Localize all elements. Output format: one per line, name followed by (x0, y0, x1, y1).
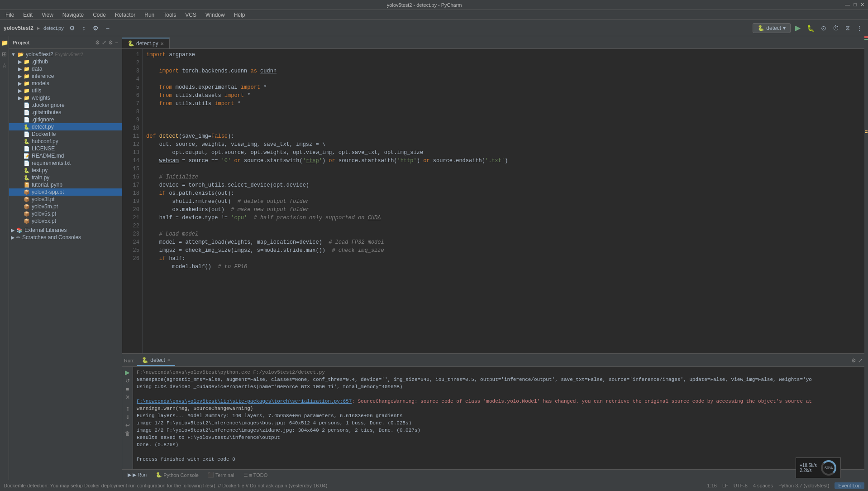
run-output-image1: image 1/2 F:\yolov5test2\inference\image… (137, 419, 861, 427)
tree-item-github[interactable]: ▶ 📁 .github (9, 58, 122, 65)
tool-python-console[interactable]: 🐍 Python Console (152, 471, 202, 479)
menu-view[interactable]: View (38, 11, 57, 19)
tree-item-yolov3l[interactable]: 📦 yolov3l.pt (9, 196, 122, 203)
tree-item-dockerfile[interactable]: 📄 Dockerfile (9, 130, 122, 138)
tree-item-yolov5m[interactable]: 📦 yolov5m.pt (9, 203, 122, 210)
stop-icon[interactable]: ■ (126, 386, 129, 392)
file-icon: 📄 (24, 131, 30, 137)
profile-button[interactable]: ⏱ (831, 24, 841, 33)
code-editor[interactable]: 12345 678910 1112131415 1617181920 21222… (122, 49, 864, 353)
external-libs-icon: 📚 (16, 227, 23, 233)
tree-item-hubconf[interactable]: 🐍 hubconf.py (9, 138, 122, 145)
bottom-settings-icon[interactable]: ⚙ (851, 357, 856, 364)
collapse-btn[interactable]: − (104, 24, 111, 33)
tree-item-dockerignore[interactable]: 📄 .dockerignore (9, 101, 122, 109)
tree-item-requirements[interactable]: 📄 requirements.txt (9, 159, 122, 167)
sync-btn[interactable]: ↕ (81, 24, 87, 33)
menu-tools[interactable]: Tools (160, 11, 180, 19)
run-output-process: Process finished with exit code 0 (137, 456, 861, 463)
tree-item-label: data (32, 66, 42, 72)
bottom-expand-icon[interactable]: ⤢ (858, 357, 863, 364)
panel-settings-icon[interactable]: ⚙ (95, 39, 100, 46)
tab-detectpy[interactable]: 🐍 detect.py ✕ (122, 38, 170, 48)
tree-item-label: yolov5m.pt (32, 203, 58, 210)
tree-item-yolov5s[interactable]: 📦 yolov5s.pt (9, 210, 122, 217)
panel-header-icons: ⚙ ⤢ ⚙ − (95, 39, 118, 46)
panel-close-icon[interactable]: − (115, 39, 118, 46)
project-icon[interactable]: 📁 (0, 38, 10, 48)
tree-item-detectpy[interactable]: 🐍 detect.py (9, 123, 122, 130)
settings-btn[interactable]: ⚙ (67, 24, 77, 33)
tree-item-inference[interactable]: ▶ 📁 inference (9, 72, 122, 80)
project-panel: Project ⚙ ⤢ ⚙ − ▼ 📂 yolov5test2 F:/yolov… (9, 36, 122, 480)
event-log-button[interactable]: Event Log (835, 482, 864, 489)
run-again-icon[interactable]: ▶ (125, 369, 130, 376)
menu-vcs[interactable]: VCS (181, 11, 200, 19)
tree-item-label: weights (32, 95, 50, 101)
structure-icon[interactable]: ⊞ (0, 49, 8, 59)
scroll-bottom-icon[interactable]: ⇓ (125, 414, 130, 420)
minimize-button[interactable]: — (845, 2, 850, 8)
tree-item-yolov5x[interactable]: 📦 yolov5x.pt (9, 217, 122, 225)
run-tab-close-icon[interactable]: ✕ (167, 358, 171, 362)
menu-code[interactable]: Code (89, 11, 110, 19)
tree-item-yolov3spp[interactable]: 📦 yolov3-spp.pt (9, 188, 122, 196)
tree-item-label: test.py (32, 167, 48, 173)
favorites-icon[interactable]: ☆ (0, 61, 9, 70)
run-output-blank1 (137, 390, 861, 398)
tool-run[interactable]: ▶ ▶ Run (124, 471, 150, 479)
concurrency-button[interactable]: ⧖ (844, 23, 852, 33)
coverage-button[interactable]: ⊙ (819, 24, 828, 33)
tool-terminal[interactable]: ⬛ Terminal (204, 471, 238, 479)
panel-options-icon[interactable]: ⚙ (108, 39, 113, 46)
project-panel-title: Project (13, 40, 29, 45)
tree-item-readme[interactable]: 📝 README.md (9, 152, 122, 159)
tree-item-tutorial[interactable]: 📔 tutorial.ipynb (9, 181, 122, 188)
tree-item-label: Dockerfile (32, 131, 56, 137)
tree-item-weights[interactable]: ▶ 📁 weights (9, 94, 122, 101)
tree-item-label: yolov5x.pt (32, 218, 56, 224)
scroll-top-icon[interactable]: ⇑ (125, 406, 130, 412)
close-button[interactable]: ✕ (860, 2, 864, 8)
menu-file[interactable]: File (2, 11, 18, 19)
menu-refactor[interactable]: Refactor (111, 11, 139, 19)
tree-item-testpy[interactable]: 🐍 test.py (9, 167, 122, 174)
tree-item-gitattributes[interactable]: 📄 .gitattributes (9, 109, 122, 116)
gear-btn[interactable]: ⚙ (91, 24, 100, 33)
more-btn[interactable]: ⋮ (854, 24, 864, 33)
menu-run[interactable]: Run (141, 11, 158, 19)
tree-root[interactable]: ▼ 📂 yolov5test2 F:/yolov5test2 (9, 51, 122, 58)
tree-item-utils[interactable]: ▶ 📁 utils (9, 87, 122, 94)
serialization-link[interactable]: F:\newconda\envs\yolov5test\lib\site-pac… (137, 399, 352, 404)
window-controls[interactable]: — □ ✕ (845, 2, 864, 8)
clear-icon[interactable]: 🗑 (125, 430, 130, 437)
menu-window[interactable]: Window (202, 11, 229, 19)
tree-item-trainpy[interactable]: 🐍 train.py (9, 174, 122, 181)
python-file-icon: 🐍 (24, 139, 30, 144)
close-run-icon[interactable]: ✕ (125, 394, 130, 400)
folder-collapsed-icon: ▶ (18, 73, 22, 79)
menu-help[interactable]: Help (230, 11, 249, 19)
tab-close-icon[interactable]: ✕ (160, 41, 164, 46)
run-config-selector[interactable]: 🐍 detect ▾ (753, 23, 791, 33)
panel-expand-icon[interactable]: ⤢ (102, 39, 106, 46)
tree-item-external-libs[interactable]: ▶ 📚 External Libraries (9, 226, 122, 234)
soft-wrap-icon[interactable]: ↩ (125, 422, 130, 428)
tool-todo[interactable]: ☰ ≡ TODO (240, 471, 272, 479)
debug-button[interactable]: 🐛 (805, 24, 816, 33)
rerun-icon[interactable]: ↺ (125, 378, 130, 384)
run-button[interactable]: ▶ (793, 23, 802, 33)
maximize-button[interactable]: □ (854, 2, 857, 8)
tree-item-license[interactable]: 📄 LICENSE (9, 145, 122, 152)
bottom-tab-detect[interactable]: 🐍 detect ✕ (137, 355, 175, 366)
status-lf: LF (722, 483, 728, 488)
tree-item-data[interactable]: ▶ 📁 data (9, 65, 122, 72)
tree-item-models[interactable]: ▶ 📁 models (9, 80, 122, 87)
tree-item-scratches[interactable]: ▶ ✏ Scratches and Consoles (9, 234, 122, 241)
python-file-icon: 🐍 (24, 175, 30, 181)
tree-item-gitignore[interactable]: 📄 .gitignore (9, 116, 122, 123)
menu-navigate[interactable]: Navigate (59, 11, 87, 19)
menu-edit[interactable]: Edit (19, 11, 36, 19)
code-content[interactable]: import argparse import torch.backends.cu… (143, 49, 864, 353)
folder-icon: 📁 (24, 66, 30, 72)
